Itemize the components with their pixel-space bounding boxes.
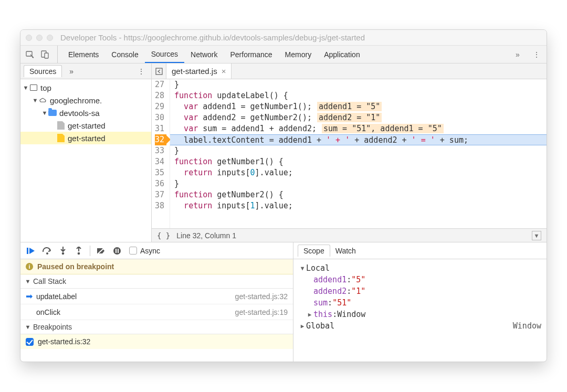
tree-folder[interactable]: ▼ devtools-sa: [20, 107, 151, 119]
device-toggle-icon[interactable]: [39, 49, 51, 60]
tab-sources[interactable]: Sources: [145, 46, 184, 63]
editor-statusbar: { } Line 32, Column 1 ▼: [152, 228, 547, 242]
scope-type: Window: [513, 321, 541, 331]
debugger-pane: Async i Paused on breakpoint ▼ Call Stac…: [20, 242, 547, 362]
scope-variable[interactable]: addend2: "1": [299, 285, 541, 297]
tab-memory[interactable]: Memory: [279, 46, 318, 63]
pretty-print-icon[interactable]: { }: [157, 231, 170, 240]
more-tabs-icon[interactable]: »: [512, 49, 523, 60]
navigator-menu-icon[interactable]: ⋮: [135, 66, 147, 77]
line-number[interactable]: 27: [155, 79, 166, 90]
scope-variable[interactable]: addend1: "5": [299, 274, 541, 285]
scope-this[interactable]: ▶ this: Window: [299, 309, 541, 320]
line-number[interactable]: 38: [155, 200, 166, 211]
step-out-icon[interactable]: [72, 244, 86, 258]
tab-network[interactable]: Network: [184, 46, 224, 63]
statusbar-dropdown-icon[interactable]: ▼: [532, 231, 541, 240]
stack-function: onClick: [36, 308, 60, 316]
call-stack-header[interactable]: ▼ Call Stack: [20, 274, 293, 289]
tab-console[interactable]: Console: [105, 46, 144, 63]
debugger-toolbar: Async: [20, 242, 293, 259]
tab-elements[interactable]: Elements: [62, 46, 105, 63]
code-text: ' + ': [326, 135, 350, 145]
deactivate-breakpoints-icon[interactable]: [94, 244, 108, 258]
code-text: + addend2 +: [350, 135, 411, 145]
line-number[interactable]: 28: [155, 90, 166, 101]
var-value: "5": [351, 275, 365, 284]
main-toolbar: Elements Console Sources Network Perform…: [20, 46, 547, 63]
tab-performance[interactable]: Performance: [224, 46, 278, 63]
disclosure-icon: ▼: [41, 110, 48, 116]
inline-value: addend2 = "1": [317, 113, 382, 122]
debugger-left: Async i Paused on breakpoint ▼ Call Stac…: [20, 242, 293, 362]
scope-body: ▼ Local addend1: "5" addend2: "1" sum: "…: [293, 259, 547, 362]
navigator-more-icon[interactable]: »: [69, 67, 74, 76]
breakpoint-checkbox[interactable]: [26, 338, 34, 346]
tab-scope[interactable]: Scope: [298, 245, 330, 257]
line-number[interactable]: 34: [155, 156, 166, 167]
tree-label: googlechrome.: [50, 96, 102, 105]
scope-global[interactable]: ▶ Global Window: [299, 320, 541, 332]
settings-menu-icon[interactable]: ⋮: [531, 49, 542, 60]
step-over-icon[interactable]: [40, 244, 54, 258]
code-text: function: [174, 190, 212, 199]
line-gutter[interactable]: 27 28 29 30 31 32 33 34 35 36 37 38: [152, 79, 170, 228]
frame-icon: [29, 83, 38, 92]
code-editor[interactable]: 27 28 29 30 31 32 33 34 35 36 37 38 } fu…: [152, 79, 547, 228]
breakpoints-header[interactable]: ▼ Breakpoints: [20, 320, 293, 334]
tree-label: devtools-sa: [59, 109, 100, 118]
tab-watch[interactable]: Watch: [330, 245, 361, 257]
var-value: "1": [351, 287, 365, 296]
tree-file-js[interactable]: get-started: [20, 132, 151, 144]
line-number[interactable]: 33: [155, 145, 166, 156]
folder-icon: [48, 108, 57, 118]
line-number[interactable]: 29: [155, 101, 166, 112]
var-value: Window: [337, 310, 365, 319]
minimize-window-button[interactable]: [36, 35, 43, 41]
scope-local[interactable]: ▼ Local: [299, 262, 541, 274]
line-number[interactable]: 36: [155, 178, 166, 189]
async-checkbox[interactable]: [129, 247, 137, 255]
inline-value: sum = "51", addend1 = "5": [322, 124, 444, 133]
tab-application[interactable]: Application: [318, 46, 366, 63]
svg-rect-11: [118, 249, 119, 253]
tree-label: top: [40, 83, 51, 92]
navigator-tab-sources[interactable]: Sources: [24, 65, 62, 77]
code-text: function: [174, 91, 212, 100]
code-text: }: [174, 179, 179, 188]
code-content[interactable]: } function updateLabel() { var addend1 =…: [170, 79, 547, 228]
zoom-window-button[interactable]: [47, 35, 53, 41]
line-number[interactable]: 35: [155, 167, 166, 178]
stack-frame[interactable]: ➡ updateLabel get-started.js:32: [20, 289, 293, 304]
titlebar: Developer Tools - https://googlechrome.g…: [20, 30, 547, 46]
close-window-button[interactable]: [26, 35, 32, 41]
var-name: addend1: [313, 275, 346, 284]
async-toggle[interactable]: Async: [129, 247, 160, 255]
step-into-icon[interactable]: [56, 244, 70, 258]
scope-variable[interactable]: sum: "51": [299, 297, 541, 309]
svg-rect-4: [27, 248, 28, 254]
var-name: this: [313, 310, 332, 319]
scope-tabs: Scope Watch: [293, 242, 547, 259]
tree-file-html[interactable]: get-started: [20, 119, 151, 132]
editor-nav-icon[interactable]: [152, 63, 166, 79]
var-value: "51": [332, 298, 351, 308]
line-number[interactable]: 31: [155, 123, 166, 134]
resume-icon[interactable]: [25, 244, 38, 258]
breakpoint-marker[interactable]: 32: [155, 134, 166, 145]
editor-tab-get-started-js[interactable]: get-started.js ×: [166, 63, 232, 79]
code-text: inputs[: [212, 168, 250, 177]
tree-label: get-started: [68, 121, 106, 130]
window-title: Developer Tools - https://googlechrome.g…: [60, 33, 365, 42]
line-number[interactable]: 37: [155, 189, 166, 200]
code-text: getNumber1() {: [212, 157, 283, 166]
tree-origin[interactable]: ▼ googlechrome.: [20, 94, 151, 107]
breakpoint-item[interactable]: get-started.is:32: [20, 334, 293, 349]
inspect-element-icon[interactable]: [25, 49, 36, 60]
pause-on-exceptions-icon[interactable]: [110, 244, 124, 258]
tree-frame-top[interactable]: ▼ top: [20, 81, 151, 94]
close-icon[interactable]: ×: [222, 67, 226, 76]
stack-frame[interactable]: ➡ onClick get-started.js:19: [20, 304, 293, 320]
line-number[interactable]: 30: [155, 112, 166, 123]
paused-banner: i Paused on breakpoint: [20, 259, 293, 274]
